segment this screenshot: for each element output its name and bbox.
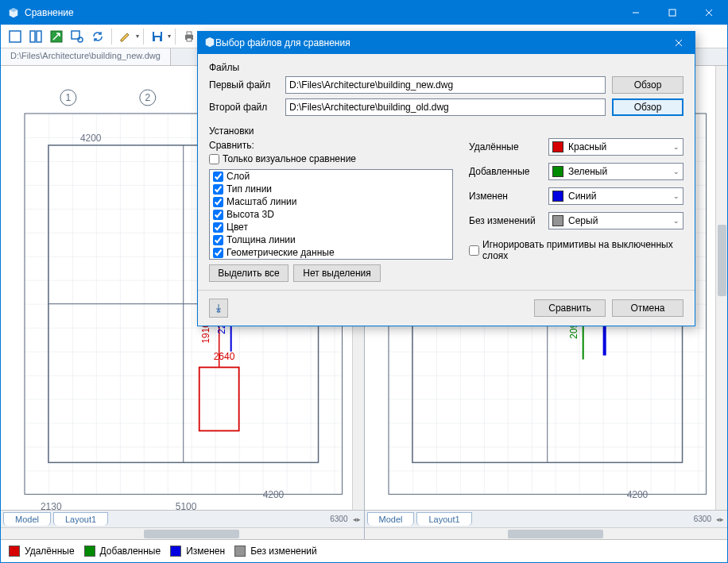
- minimize-button[interactable]: [618, 1, 654, 25]
- sheet-tab-model[interactable]: Model: [367, 512, 415, 526]
- main-title: Сравнение: [25, 7, 618, 18]
- file-path-tab[interactable]: D:\Files\Architecture\building_new.dwg: [1, 48, 171, 65]
- color-added-select[interactable]: Зеленый⌄: [548, 163, 683, 180]
- opt-linetype-checkbox[interactable]: [213, 184, 223, 195]
- svg-text:4200: 4200: [626, 489, 648, 500]
- compare-label: Сравнить:: [209, 140, 453, 151]
- svg-point-9: [78, 37, 83, 42]
- cancel-button[interactable]: Отмена: [612, 299, 683, 317]
- chevron-down-icon: ⌄: [673, 192, 680, 200]
- main-window: Сравнение ▾ ▾ ▾ D:\Files\Architectur: [0, 0, 728, 563]
- legend-bar: Удалённые Добавленные Изменен Без измене…: [1, 539, 727, 561]
- compare-button[interactable]: Сравнить: [534, 299, 606, 317]
- left-hscrollbar[interactable]: [1, 527, 364, 539]
- dialog-close-button[interactable]: [663, 32, 695, 54]
- swatch-deleted-icon: [9, 546, 20, 557]
- opt-linescale-checkbox[interactable]: [213, 197, 223, 207]
- svg-rect-6: [37, 31, 41, 42]
- tab-scroll-icon[interactable]: ◂▸: [353, 515, 361, 523]
- opt-layer-checkbox[interactable]: [213, 172, 223, 182]
- sheet-tab-layout1[interactable]: Layout1: [416, 512, 471, 526]
- file1-input[interactable]: [285, 76, 606, 94]
- right-vscrollbar[interactable]: [715, 66, 727, 527]
- right-sheet-tabs: Model Layout1 6300 ◂▸: [365, 510, 728, 527]
- visual-only-checkbox[interactable]: [209, 154, 219, 164]
- svg-text:1: 1: [66, 92, 72, 103]
- dialog-title: Выбор файлов для сравнения: [215, 37, 663, 48]
- legend-unchanged: Без изменений: [234, 546, 317, 557]
- tab-scroll-icon[interactable]: ◂▸: [716, 515, 724, 523]
- color-deleted-select[interactable]: Красный⌄: [548, 138, 683, 156]
- svg-rect-14: [187, 32, 192, 35]
- single-view-button[interactable]: [6, 27, 25, 46]
- svg-text:4200: 4200: [263, 489, 285, 500]
- svg-rect-11: [154, 32, 161, 36]
- svg-rect-4: [10, 31, 21, 42]
- select-none-button[interactable]: Нет выделения: [293, 264, 381, 282]
- file-select-dialog: Выбор файлов для сравнения Файлы Первый …: [197, 31, 695, 326]
- close-button[interactable]: [691, 1, 727, 25]
- file2-browse-button[interactable]: Обзор: [612, 98, 683, 116]
- svg-rect-5: [30, 31, 35, 42]
- file2-label: Второй файл: [209, 102, 279, 113]
- file1-browse-button[interactable]: Обзор: [612, 76, 683, 94]
- color-deleted-label: Удалённые: [469, 141, 548, 152]
- left-sheet-tabs: Model Layout1 6300 ◂▸: [1, 510, 364, 527]
- legend-modified: Изменен: [170, 546, 225, 557]
- legend-added: Добавленные: [84, 546, 161, 557]
- select-all-button[interactable]: Выделить все: [209, 264, 288, 282]
- file2-input[interactable]: [285, 98, 606, 116]
- swatch-modified-icon: [170, 546, 181, 557]
- refresh-button[interactable]: [88, 27, 107, 46]
- swatch-added-icon: [84, 546, 95, 557]
- chevron-down-icon: ⌄: [673, 143, 680, 151]
- svg-rect-15: [187, 38, 192, 41]
- svg-text:2640: 2640: [214, 351, 235, 362]
- compare-options-listbox[interactable]: Слой Тип линии Масштаб линии Высота 3D Ц…: [209, 169, 453, 260]
- main-titlebar: Сравнение: [1, 1, 727, 25]
- dialog-icon: [204, 37, 215, 50]
- chevron-down-icon: ⌄: [673, 168, 680, 175]
- svg-rect-12: [155, 37, 160, 41]
- color-unchanged-select[interactable]: Серый⌄: [548, 212, 683, 229]
- zoom-window-button[interactable]: [68, 27, 87, 46]
- split-view-button[interactable]: [26, 27, 45, 46]
- svg-text:4200: 4200: [80, 133, 102, 144]
- ignore-off-layers-checkbox[interactable]: [469, 245, 479, 256]
- pin-icon: [213, 303, 224, 314]
- chevron-down-icon: ⌄: [673, 217, 680, 225]
- pin-button[interactable]: [209, 299, 228, 318]
- settings-group-label: Установки: [209, 125, 453, 137]
- swatch-unchanged-icon: [234, 546, 246, 557]
- opt-lineweight-checkbox[interactable]: [213, 235, 223, 245]
- right-hscrollbar[interactable]: [365, 527, 728, 539]
- color-added-label: Добавленные: [469, 166, 548, 177]
- opt-geometry-checkbox[interactable]: [213, 248, 223, 258]
- edit-dropdown[interactable]: ▾: [116, 27, 139, 46]
- color-modified-select[interactable]: Синий⌄: [548, 187, 683, 205]
- app-icon: [7, 6, 20, 19]
- file1-label: Первый файл: [209, 79, 279, 91]
- zoom-extents-button[interactable]: [47, 27, 66, 46]
- sheet-tab-layout1[interactable]: Layout1: [53, 512, 108, 526]
- files-group-label: Файлы: [209, 62, 683, 73]
- color-modified-label: Изменен: [469, 191, 548, 202]
- svg-text:2: 2: [145, 92, 150, 103]
- opt-height3d-checkbox[interactable]: [213, 210, 223, 220]
- legend-deleted: Удалённые: [9, 546, 75, 557]
- maximize-button[interactable]: [654, 1, 691, 25]
- sheet-tab-model[interactable]: Model: [3, 512, 51, 526]
- opt-color-checkbox[interactable]: [213, 222, 223, 233]
- color-unchanged-label: Без изменений: [469, 215, 548, 226]
- save-dropdown[interactable]: ▾: [148, 27, 171, 46]
- svg-rect-1: [669, 10, 676, 16]
- dialog-titlebar[interactable]: Выбор файлов для сравнения: [198, 32, 695, 54]
